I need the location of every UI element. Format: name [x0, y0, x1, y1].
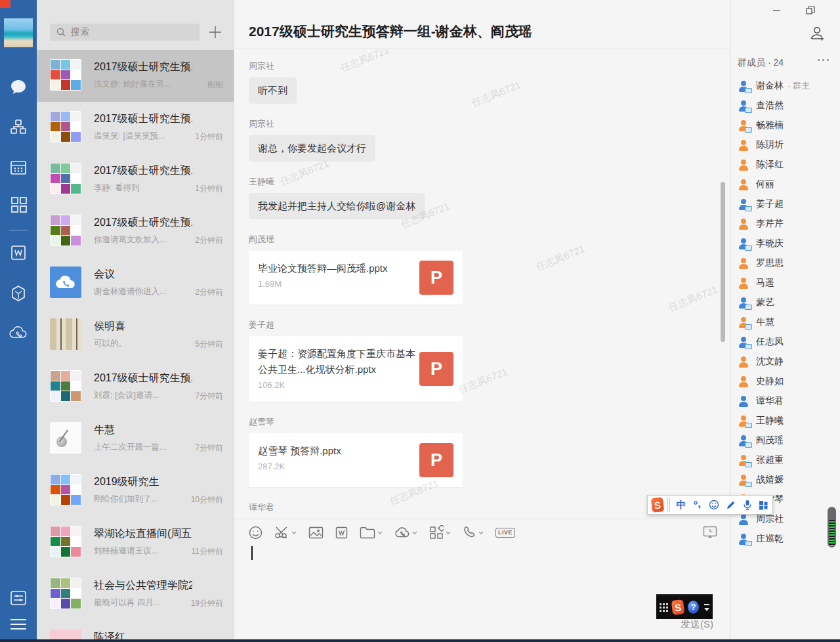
ppt-file-icon: P: [419, 352, 453, 386]
add-member-button[interactable]: [808, 25, 826, 45]
member-row[interactable]: 牛慧: [738, 316, 836, 329]
keyboard-icon[interactable]: [660, 603, 668, 612]
search-placeholder: 搜索: [71, 26, 89, 38]
chat-list-item[interactable]: 侯明喜 可以的。 5分钟前: [37, 309, 234, 361]
chat-list-item[interactable]: 2017级硕士研究生预... 温笑笑: [温笑笑预... 1分钟前: [37, 102, 234, 154]
nav-contacts-icon[interactable]: [0, 116, 37, 138]
send-button[interactable]: 发送(S): [681, 618, 713, 631]
chat-title: 2017级硕士研究生预...: [94, 112, 192, 126]
emoji-button[interactable]: [249, 526, 262, 540]
image-icon: [308, 526, 324, 539]
chat-list-item[interactable]: 翠湖论坛直播间(周五... 刘桂楠邀请王议... 11分钟前: [37, 517, 234, 568]
ime-handwriting-icon[interactable]: [726, 500, 736, 510]
nav-cloud-call-icon[interactable]: [0, 322, 37, 344]
sogou-logo-icon[interactable]: S: [671, 599, 685, 615]
chat-time: 19分钟前: [191, 598, 223, 609]
member-status-icon: [738, 514, 749, 524]
member-row[interactable]: 查浩然: [738, 99, 836, 112]
member-row[interactable]: 何丽: [738, 178, 836, 191]
member-row[interactable]: 马遥: [738, 276, 836, 289]
member-row[interactable]: 李晓庆: [738, 237, 836, 250]
chat-time: 10分钟前: [191, 494, 223, 505]
doc-button[interactable]: [335, 526, 348, 539]
nav-settings-icon[interactable]: [0, 587, 37, 609]
cloud-meeting-icon: [394, 526, 410, 539]
file-attachment[interactable]: 毕业论文预答辩—阎茂瑶.pptx 1.69M P: [249, 251, 463, 305]
member-row[interactable]: 陈泽红: [738, 158, 836, 171]
chat-list-item[interactable]: 2017级硕士研究生预... 刘霞: [会议]邀请... 7分钟前: [37, 361, 234, 413]
meeting-button[interactable]: [394, 526, 417, 539]
folder-button[interactable]: [360, 526, 383, 539]
apps-button[interactable]: [429, 525, 451, 540]
nav-menu-icon[interactable]: [0, 613, 37, 635]
ime-collapse-controls[interactable]: [704, 604, 709, 611]
file-size: 287.2K: [258, 460, 415, 473]
live-button[interactable]: LIVE: [495, 528, 515, 538]
message-input[interactable]: [249, 542, 708, 614]
member-row[interactable]: 谭华君: [738, 395, 836, 408]
member-row[interactable]: 周宗社: [738, 513, 836, 526]
ime-toolbar[interactable]: S 中: [647, 495, 773, 515]
screenshot-button[interactable]: [274, 526, 297, 539]
restore-button[interactable]: [801, 3, 820, 17]
chat-list-item[interactable]: 社会与公共管理学院2... 最晚可以再 四月... 19分钟前: [37, 568, 234, 620]
call-button[interactable]: [463, 526, 484, 540]
member-row[interactable]: 陈玥圻: [738, 139, 836, 152]
close-button[interactable]: [835, 3, 840, 17]
chat-list-item[interactable]: 会议 谢金林邀请你进入... 2分钟前: [37, 257, 234, 309]
chat-time: 1分钟前: [195, 131, 223, 142]
ime-emoji-icon[interactable]: [709, 500, 719, 510]
member-row[interactable]: 畅雅楠: [738, 119, 836, 132]
chat-title: 翠湖论坛直播间(周五...: [94, 527, 192, 541]
member-row[interactable]: 谢金林 · 群主: [738, 79, 836, 93]
chat-list-item[interactable]: 2017级硕士研究生预... 你邀请葛文欢加入... 2分钟前: [37, 205, 234, 257]
member-name: 史静如: [756, 375, 784, 387]
member-row[interactable]: 王静曦: [738, 414, 836, 427]
nav-workbench-icon[interactable]: [0, 282, 37, 305]
chat-history-icon[interactable]: [703, 526, 717, 542]
minimize-button[interactable]: [766, 3, 786, 17]
help-icon[interactable]: ?: [688, 601, 699, 614]
message-sender: 王静曦: [249, 176, 730, 188]
more-options-icon[interactable]: [818, 59, 831, 64]
nav-chats-icon[interactable]: [0, 76, 37, 98]
chat-list-item[interactable]: 牛慧 上午二次开题一篇... 7分钟前: [37, 413, 234, 465]
ime-toolbox-icon[interactable]: [759, 500, 768, 510]
member-row[interactable]: 阎茂瑶: [738, 434, 836, 447]
member-row[interactable]: 沈文静: [738, 355, 836, 368]
member-row[interactable]: 史静如: [738, 375, 836, 388]
ime-status-bar[interactable]: S ?: [656, 594, 713, 619]
member-row[interactable]: 任志凤: [738, 335, 836, 349]
file-attachment[interactable]: 赵雪琴 预答辩.pptx 287.2K P: [249, 433, 463, 487]
chat-subtitle: 刚给你们加到了...: [94, 494, 189, 505]
apps-grid-icon: [429, 525, 444, 540]
user-avatar[interactable]: [4, 18, 33, 47]
chat-subtitle: 谢金林邀请你进入...: [94, 286, 189, 297]
member-status-icon: [738, 475, 749, 485]
image-button[interactable]: [308, 526, 324, 539]
search-input[interactable]: 搜索: [50, 24, 200, 41]
member-status-icon: [738, 396, 749, 406]
phone-icon: [463, 526, 476, 540]
chat-list-item[interactable]: 2017级硕士研究生预... 沈文静: 她好像在另... 刚刚: [37, 50, 234, 102]
ime-chinese-mode-icon[interactable]: 中: [677, 499, 686, 511]
member-row[interactable]: 李芹芹: [738, 217, 836, 230]
nav-workspace-icon[interactable]: [0, 193, 37, 215]
nav-docs-icon[interactable]: [0, 242, 37, 264]
member-row[interactable]: 战婧媛: [738, 473, 836, 486]
add-chat-button[interactable]: [206, 24, 224, 41]
member-row[interactable]: 张超重: [738, 454, 836, 467]
chat-list-item[interactable]: 2019级研究生 刚给你们加到了... 10分钟前: [37, 465, 234, 517]
file-size: 106.2K: [258, 379, 415, 392]
ime-voice-icon[interactable]: [742, 500, 752, 510]
member-row[interactable]: 罗思思: [738, 257, 836, 270]
ime-punctuation-icon[interactable]: [693, 500, 703, 509]
member-row[interactable]: 蒙艺: [738, 296, 836, 309]
member-row[interactable]: 庄巡乾: [738, 532, 836, 546]
member-row[interactable]: 姜子超: [738, 198, 836, 211]
nav-calendar-icon[interactable]: [0, 156, 37, 179]
chat-list-item[interactable]: 2017级硕士研究生预... 李静: 看得到 1分钟前: [37, 154, 234, 205]
member-name: 谢金林: [756, 80, 784, 92]
file-attachment[interactable]: 姜子超：资源配置角度下重庆市基本公共卫生...化现状分析.pptx 106.2K…: [249, 336, 463, 402]
message-scrollbar[interactable]: [721, 182, 725, 342]
